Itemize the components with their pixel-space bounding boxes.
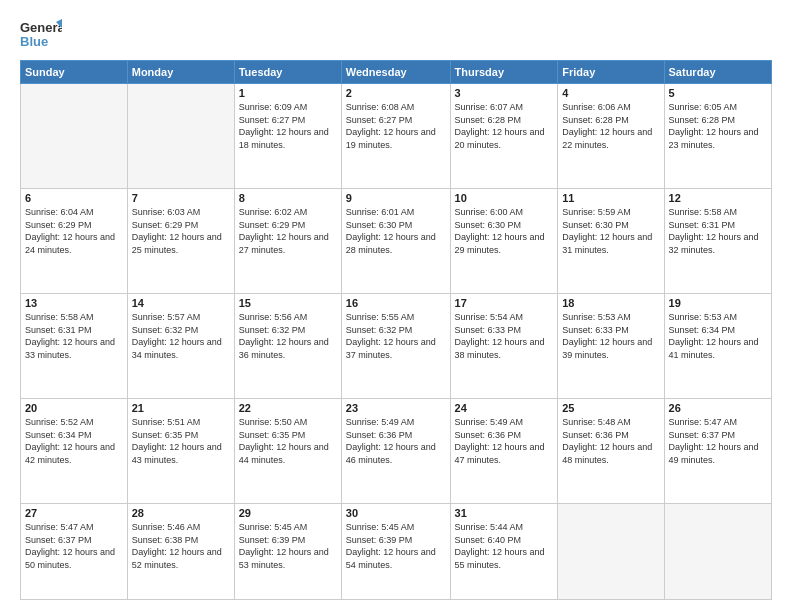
day-detail: Sunrise: 5:49 AM Sunset: 6:36 PM Dayligh… [346,416,446,466]
day-number: 22 [239,402,337,414]
day-number: 15 [239,297,337,309]
calendar-cell: 8Sunrise: 6:02 AM Sunset: 6:29 PM Daylig… [234,188,341,293]
day-number: 23 [346,402,446,414]
header-day-monday: Monday [127,61,234,84]
logo-svg: General Blue [20,16,62,52]
svg-text:General: General [20,20,62,35]
day-number: 20 [25,402,123,414]
day-number: 1 [239,87,337,99]
calendar-cell: 20Sunrise: 5:52 AM Sunset: 6:34 PM Dayli… [21,398,128,503]
calendar-cell: 1Sunrise: 6:09 AM Sunset: 6:27 PM Daylig… [234,84,341,189]
calendar-cell: 29Sunrise: 5:45 AM Sunset: 6:39 PM Dayli… [234,503,341,599]
day-detail: Sunrise: 6:08 AM Sunset: 6:27 PM Dayligh… [346,101,446,151]
day-number: 29 [239,507,337,519]
day-detail: Sunrise: 6:04 AM Sunset: 6:29 PM Dayligh… [25,206,123,256]
calendar-cell: 24Sunrise: 5:49 AM Sunset: 6:36 PM Dayli… [450,398,558,503]
week-row-4: 27Sunrise: 5:47 AM Sunset: 6:37 PM Dayli… [21,503,772,599]
calendar-cell: 16Sunrise: 5:55 AM Sunset: 6:32 PM Dayli… [341,293,450,398]
calendar-cell [558,503,664,599]
header: General Blue [20,16,772,52]
day-detail: Sunrise: 5:53 AM Sunset: 6:33 PM Dayligh… [562,311,659,361]
day-detail: Sunrise: 5:59 AM Sunset: 6:30 PM Dayligh… [562,206,659,256]
day-detail: Sunrise: 6:02 AM Sunset: 6:29 PM Dayligh… [239,206,337,256]
day-detail: Sunrise: 6:01 AM Sunset: 6:30 PM Dayligh… [346,206,446,256]
day-number: 25 [562,402,659,414]
calendar-cell: 19Sunrise: 5:53 AM Sunset: 6:34 PM Dayli… [664,293,771,398]
calendar-body: 1Sunrise: 6:09 AM Sunset: 6:27 PM Daylig… [21,84,772,600]
day-detail: Sunrise: 5:58 AM Sunset: 6:31 PM Dayligh… [669,206,767,256]
day-detail: Sunrise: 6:00 AM Sunset: 6:30 PM Dayligh… [455,206,554,256]
day-detail: Sunrise: 5:57 AM Sunset: 6:32 PM Dayligh… [132,311,230,361]
calendar-cell: 3Sunrise: 6:07 AM Sunset: 6:28 PM Daylig… [450,84,558,189]
calendar-cell: 25Sunrise: 5:48 AM Sunset: 6:36 PM Dayli… [558,398,664,503]
day-number: 3 [455,87,554,99]
day-number: 19 [669,297,767,309]
calendar-cell: 15Sunrise: 5:56 AM Sunset: 6:32 PM Dayli… [234,293,341,398]
day-detail: Sunrise: 5:49 AM Sunset: 6:36 PM Dayligh… [455,416,554,466]
calendar-cell: 7Sunrise: 6:03 AM Sunset: 6:29 PM Daylig… [127,188,234,293]
day-number: 27 [25,507,123,519]
calendar-cell: 6Sunrise: 6:04 AM Sunset: 6:29 PM Daylig… [21,188,128,293]
header-day-wednesday: Wednesday [341,61,450,84]
day-number: 30 [346,507,446,519]
calendar-cell [127,84,234,189]
calendar-cell [664,503,771,599]
day-detail: Sunrise: 5:52 AM Sunset: 6:34 PM Dayligh… [25,416,123,466]
day-detail: Sunrise: 6:09 AM Sunset: 6:27 PM Dayligh… [239,101,337,151]
week-row-0: 1Sunrise: 6:09 AM Sunset: 6:27 PM Daylig… [21,84,772,189]
day-detail: Sunrise: 5:48 AM Sunset: 6:36 PM Dayligh… [562,416,659,466]
calendar-cell: 12Sunrise: 5:58 AM Sunset: 6:31 PM Dayli… [664,188,771,293]
day-detail: Sunrise: 5:47 AM Sunset: 6:37 PM Dayligh… [25,521,123,571]
header-day-saturday: Saturday [664,61,771,84]
day-detail: Sunrise: 6:06 AM Sunset: 6:28 PM Dayligh… [562,101,659,151]
calendar-cell: 2Sunrise: 6:08 AM Sunset: 6:27 PM Daylig… [341,84,450,189]
day-detail: Sunrise: 5:45 AM Sunset: 6:39 PM Dayligh… [239,521,337,571]
day-number: 26 [669,402,767,414]
day-number: 18 [562,297,659,309]
day-number: 7 [132,192,230,204]
day-number: 11 [562,192,659,204]
day-detail: Sunrise: 5:53 AM Sunset: 6:34 PM Dayligh… [669,311,767,361]
calendar-cell: 4Sunrise: 6:06 AM Sunset: 6:28 PM Daylig… [558,84,664,189]
header-day-sunday: Sunday [21,61,128,84]
day-number: 6 [25,192,123,204]
day-detail: Sunrise: 5:45 AM Sunset: 6:39 PM Dayligh… [346,521,446,571]
calendar-cell: 14Sunrise: 5:57 AM Sunset: 6:32 PM Dayli… [127,293,234,398]
day-number: 10 [455,192,554,204]
day-detail: Sunrise: 6:05 AM Sunset: 6:28 PM Dayligh… [669,101,767,151]
day-number: 5 [669,87,767,99]
logo: General Blue [20,16,62,52]
calendar: SundayMondayTuesdayWednesdayThursdayFrid… [20,60,772,600]
header-day-tuesday: Tuesday [234,61,341,84]
day-detail: Sunrise: 6:03 AM Sunset: 6:29 PM Dayligh… [132,206,230,256]
header-day-friday: Friday [558,61,664,84]
day-number: 24 [455,402,554,414]
day-detail: Sunrise: 5:55 AM Sunset: 6:32 PM Dayligh… [346,311,446,361]
day-number: 9 [346,192,446,204]
week-row-2: 13Sunrise: 5:58 AM Sunset: 6:31 PM Dayli… [21,293,772,398]
day-number: 21 [132,402,230,414]
day-detail: Sunrise: 5:54 AM Sunset: 6:33 PM Dayligh… [455,311,554,361]
day-number: 13 [25,297,123,309]
calendar-cell: 28Sunrise: 5:46 AM Sunset: 6:38 PM Dayli… [127,503,234,599]
day-number: 4 [562,87,659,99]
calendar-cell: 26Sunrise: 5:47 AM Sunset: 6:37 PM Dayli… [664,398,771,503]
calendar-cell: 13Sunrise: 5:58 AM Sunset: 6:31 PM Dayli… [21,293,128,398]
day-detail: Sunrise: 5:56 AM Sunset: 6:32 PM Dayligh… [239,311,337,361]
calendar-cell [21,84,128,189]
calendar-cell: 17Sunrise: 5:54 AM Sunset: 6:33 PM Dayli… [450,293,558,398]
day-number: 31 [455,507,554,519]
calendar-cell: 23Sunrise: 5:49 AM Sunset: 6:36 PM Dayli… [341,398,450,503]
day-number: 28 [132,507,230,519]
calendar-cell: 22Sunrise: 5:50 AM Sunset: 6:35 PM Dayli… [234,398,341,503]
day-detail: Sunrise: 6:07 AM Sunset: 6:28 PM Dayligh… [455,101,554,151]
calendar-cell: 31Sunrise: 5:44 AM Sunset: 6:40 PM Dayli… [450,503,558,599]
page: General Blue SundayMondayTuesdayWednesda… [0,0,792,612]
calendar-cell: 9Sunrise: 6:01 AM Sunset: 6:30 PM Daylig… [341,188,450,293]
day-number: 17 [455,297,554,309]
header-day-thursday: Thursday [450,61,558,84]
calendar-cell: 18Sunrise: 5:53 AM Sunset: 6:33 PM Dayli… [558,293,664,398]
day-number: 16 [346,297,446,309]
calendar-cell: 21Sunrise: 5:51 AM Sunset: 6:35 PM Dayli… [127,398,234,503]
day-number: 12 [669,192,767,204]
